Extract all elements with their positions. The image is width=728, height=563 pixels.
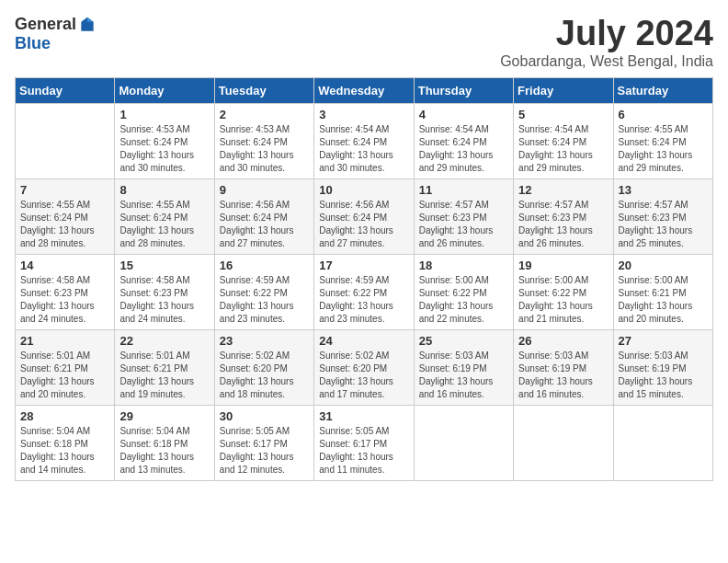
calendar-day-cell: 21Sunrise: 5:01 AMSunset: 6:21 PMDayligh… — [16, 329, 115, 405]
calendar-day-cell: 12Sunrise: 4:57 AMSunset: 6:23 PMDayligh… — [514, 178, 613, 254]
day-info: Sunrise: 4:55 AMSunset: 6:24 PMDaylight:… — [20, 199, 109, 250]
day-info: Sunrise: 5:05 AMSunset: 6:17 PMDaylight:… — [220, 425, 309, 477]
day-info: Sunrise: 5:03 AMSunset: 6:19 PMDaylight:… — [619, 350, 708, 401]
day-number: 13 — [619, 183, 708, 197]
calendar-table: SundayMondayTuesdayWednesdayThursdayFrid… — [15, 77, 713, 481]
calendar-day-cell: 17Sunrise: 4:59 AMSunset: 6:22 PMDayligh… — [314, 254, 414, 329]
day-info: Sunrise: 5:02 AMSunset: 6:20 PMDaylight:… — [319, 350, 408, 401]
day-number: 4 — [419, 108, 508, 121]
day-number: 27 — [619, 334, 708, 348]
day-info: Sunrise: 5:00 AMSunset: 6:21 PMDaylight:… — [619, 274, 708, 326]
calendar-day-cell: 27Sunrise: 5:03 AMSunset: 6:19 PMDayligh… — [613, 329, 712, 405]
day-info: Sunrise: 5:03 AMSunset: 6:19 PMDaylight:… — [518, 350, 608, 401]
day-number: 16 — [220, 259, 309, 272]
calendar-body: 1Sunrise: 4:53 AMSunset: 6:24 PMDaylight… — [16, 103, 713, 480]
day-info: Sunrise: 4:58 AMSunset: 6:23 PMDaylight:… — [119, 274, 209, 326]
day-number: 5 — [518, 108, 608, 121]
day-info: Sunrise: 4:54 AMSunset: 6:24 PMDaylight:… — [419, 123, 508, 175]
calendar-day-cell: 7Sunrise: 4:55 AMSunset: 6:24 PMDaylight… — [16, 178, 115, 254]
weekday-header-cell: Sunday — [16, 77, 115, 103]
logo-blue-text: Blue — [15, 34, 51, 53]
calendar-week-row: 1Sunrise: 4:53 AMSunset: 6:24 PMDaylight… — [16, 103, 713, 178]
calendar-day-cell: 4Sunrise: 4:54 AMSunset: 6:24 PMDaylight… — [414, 103, 513, 178]
day-info: Sunrise: 4:56 AMSunset: 6:24 PMDaylight:… — [319, 199, 408, 250]
day-number: 18 — [419, 259, 508, 272]
day-info: Sunrise: 5:04 AMSunset: 6:18 PMDaylight:… — [20, 425, 109, 477]
calendar-day-cell: 13Sunrise: 4:57 AMSunset: 6:23 PMDayligh… — [613, 178, 712, 254]
calendar-day-cell: 18Sunrise: 5:00 AMSunset: 6:22 PMDayligh… — [414, 254, 513, 329]
day-info: Sunrise: 4:58 AMSunset: 6:23 PMDaylight:… — [20, 274, 109, 326]
day-info: Sunrise: 4:53 AMSunset: 6:24 PMDaylight:… — [220, 123, 309, 175]
title-block: July 2024 Gobardanga, West Bengal, India — [500, 15, 713, 70]
weekday-header-cell: Tuesday — [214, 77, 313, 103]
month-title: July 2024 — [500, 15, 713, 53]
calendar-week-row: 7Sunrise: 4:55 AMSunset: 6:24 PMDaylight… — [16, 178, 713, 254]
weekday-header-row: SundayMondayTuesdayWednesdayThursdayFrid… — [16, 77, 713, 103]
day-number: 21 — [20, 334, 109, 348]
day-number: 31 — [319, 409, 408, 423]
day-number: 7 — [20, 183, 109, 197]
calendar-day-cell: 11Sunrise: 4:57 AMSunset: 6:23 PMDayligh… — [414, 178, 513, 254]
calendar-day-cell: 23Sunrise: 5:02 AMSunset: 6:20 PMDayligh… — [214, 329, 313, 405]
day-number: 17 — [319, 259, 408, 272]
day-number: 19 — [518, 259, 608, 272]
day-number: 23 — [220, 334, 309, 348]
calendar-day-cell: 19Sunrise: 5:00 AMSunset: 6:22 PMDayligh… — [514, 254, 613, 329]
day-number: 26 — [518, 334, 608, 348]
day-number: 12 — [518, 183, 608, 197]
calendar-day-cell: 26Sunrise: 5:03 AMSunset: 6:19 PMDayligh… — [514, 329, 613, 405]
day-info: Sunrise: 4:57 AMSunset: 6:23 PMDaylight:… — [518, 199, 608, 250]
day-info: Sunrise: 4:55 AMSunset: 6:24 PMDaylight:… — [119, 199, 209, 250]
day-number: 11 — [419, 183, 508, 197]
day-number: 24 — [319, 334, 408, 348]
day-number: 10 — [319, 183, 408, 197]
calendar-day-cell: 29Sunrise: 5:04 AMSunset: 6:18 PMDayligh… — [115, 405, 214, 480]
day-info: Sunrise: 4:53 AMSunset: 6:24 PMDaylight:… — [119, 123, 209, 175]
calendar-day-cell — [613, 405, 712, 480]
calendar-week-row: 28Sunrise: 5:04 AMSunset: 6:18 PMDayligh… — [16, 405, 713, 480]
calendar-day-cell: 22Sunrise: 5:01 AMSunset: 6:21 PMDayligh… — [115, 329, 214, 405]
day-number: 2 — [220, 108, 309, 121]
calendar-day-cell: 5Sunrise: 4:54 AMSunset: 6:24 PMDaylight… — [514, 103, 613, 178]
calendar-day-cell: 2Sunrise: 4:53 AMSunset: 6:24 PMDaylight… — [214, 103, 313, 178]
day-number: 25 — [419, 334, 508, 348]
day-info: Sunrise: 5:03 AMSunset: 6:19 PMDaylight:… — [419, 350, 508, 401]
calendar-day-cell: 10Sunrise: 4:56 AMSunset: 6:24 PMDayligh… — [314, 178, 414, 254]
day-number: 14 — [20, 259, 109, 272]
page-header: General Blue July 2024 Gobardanga, West … — [15, 15, 713, 70]
day-number: 9 — [220, 183, 309, 197]
day-number: 6 — [619, 108, 708, 121]
calendar-day-cell: 3Sunrise: 4:54 AMSunset: 6:24 PMDaylight… — [314, 103, 414, 178]
day-info: Sunrise: 5:01 AMSunset: 6:21 PMDaylight:… — [20, 350, 109, 401]
day-number: 22 — [119, 334, 209, 348]
day-number: 8 — [119, 183, 209, 197]
day-number: 3 — [319, 108, 408, 121]
calendar-day-cell: 16Sunrise: 4:59 AMSunset: 6:22 PMDayligh… — [214, 254, 313, 329]
day-info: Sunrise: 5:05 AMSunset: 6:17 PMDaylight:… — [319, 425, 408, 477]
calendar-day-cell: 14Sunrise: 4:58 AMSunset: 6:23 PMDayligh… — [16, 254, 115, 329]
calendar-day-cell: 6Sunrise: 4:55 AMSunset: 6:24 PMDaylight… — [613, 103, 712, 178]
calendar-day-cell — [16, 103, 115, 178]
logo-icon — [78, 16, 97, 34]
logo-general-text: General — [15, 15, 76, 34]
calendar-day-cell: 28Sunrise: 5:04 AMSunset: 6:18 PMDayligh… — [16, 405, 115, 480]
calendar-week-row: 21Sunrise: 5:01 AMSunset: 6:21 PMDayligh… — [16, 329, 713, 405]
calendar-day-cell: 9Sunrise: 4:56 AMSunset: 6:24 PMDaylight… — [214, 178, 313, 254]
weekday-header-cell: Monday — [115, 77, 214, 103]
calendar-day-cell: 24Sunrise: 5:02 AMSunset: 6:20 PMDayligh… — [314, 329, 414, 405]
calendar-day-cell: 8Sunrise: 4:55 AMSunset: 6:24 PMDaylight… — [115, 178, 214, 254]
calendar-day-cell — [514, 405, 613, 480]
calendar-day-cell: 15Sunrise: 4:58 AMSunset: 6:23 PMDayligh… — [115, 254, 214, 329]
day-info: Sunrise: 5:00 AMSunset: 6:22 PMDaylight:… — [518, 274, 608, 326]
day-info: Sunrise: 4:57 AMSunset: 6:23 PMDaylight:… — [619, 199, 708, 250]
day-number: 20 — [619, 259, 708, 272]
weekday-header-cell: Saturday — [613, 77, 712, 103]
day-info: Sunrise: 4:56 AMSunset: 6:24 PMDaylight:… — [220, 199, 309, 250]
day-info: Sunrise: 4:57 AMSunset: 6:23 PMDaylight:… — [419, 199, 508, 250]
day-info: Sunrise: 5:01 AMSunset: 6:21 PMDaylight:… — [119, 350, 209, 401]
day-info: Sunrise: 4:54 AMSunset: 6:24 PMDaylight:… — [319, 123, 408, 175]
day-info: Sunrise: 5:00 AMSunset: 6:22 PMDaylight:… — [419, 274, 508, 326]
day-info: Sunrise: 4:54 AMSunset: 6:24 PMDaylight:… — [518, 123, 608, 175]
weekday-header-cell: Thursday — [414, 77, 513, 103]
calendar-week-row: 14Sunrise: 4:58 AMSunset: 6:23 PMDayligh… — [16, 254, 713, 329]
